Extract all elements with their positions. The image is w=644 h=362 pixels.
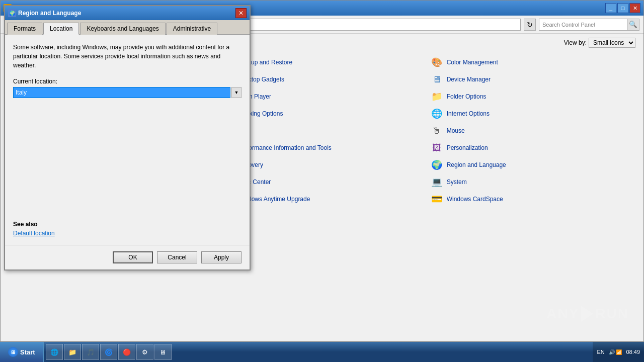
cp-item-label-mouse: Mouse	[447, 127, 465, 134]
view-by-select[interactable]: Small icons Large icons Category	[589, 38, 635, 48]
location-dropdown-button[interactable]: ▼	[231, 87, 242, 98]
cp-item-label-folder-options: Folder Options	[447, 93, 487, 100]
cp-item-personalization[interactable]: 🖼 Personalization	[427, 139, 635, 156]
dialog-title: Region and Language	[18, 10, 233, 17]
cp-item-label-performance: Performance Information and Tools	[237, 144, 332, 151]
current-location-group: Current location: Italy ▼	[13, 78, 242, 98]
cp-item-icon-color: 🎨	[431, 56, 443, 68]
cp-item-mouse[interactable]: 🖱 Mouse	[427, 122, 635, 139]
taskbar-items: 🌐 📁 🎵 🌀 🔴 ⚙ 🖥	[44, 342, 174, 362]
cp-item-region[interactable]: 🌍 Region and Language	[427, 156, 635, 173]
refresh-button[interactable]: ↻	[524, 19, 536, 31]
location-select-wrapper: Italy ▼	[13, 87, 242, 98]
taskbar-right: EN 🔊 📶 08:49	[593, 342, 644, 362]
taskbar-cp[interactable]: 🖥	[154, 344, 172, 360]
cp-item-color[interactable]: 🎨 Color Management	[427, 54, 635, 71]
tab-formats[interactable]: Formats	[7, 23, 42, 35]
see-also-section: See also Default location	[13, 213, 242, 237]
cp-item-device-manager[interactable]: 🖥 Device Manager	[427, 71, 635, 88]
cp-item-icon-internet-options: 🌐	[431, 108, 443, 120]
taskbar-explorer[interactable]: 📁	[64, 344, 81, 360]
tab-keyboards[interactable]: Keyboards and Languages	[80, 23, 165, 35]
cp-item-label-system: System	[447, 178, 467, 186]
dialog-icon: 🌍	[8, 9, 16, 17]
location-selected-value[interactable]: Italy	[13, 87, 230, 98]
current-location-label: Current location:	[13, 78, 242, 85]
dialog-footer: OK Cancel Apply	[5, 245, 250, 269]
cp-item-icon-windows-cardspace: 💳	[431, 193, 443, 205]
cp-item-icon-personalization: 🖼	[431, 142, 443, 154]
taskbar-icons: 🔊 📶	[609, 349, 622, 355]
cp-item-icon-region: 🌍	[431, 159, 443, 171]
dialog-titlebar: 🌍 Region and Language ✕	[5, 6, 250, 20]
dialog-tabs: Formats Location Keyboards and Languages…	[5, 20, 250, 35]
default-location-link[interactable]: Default location	[13, 230, 55, 237]
dialog-body: Some software, including Windows, may pr…	[5, 35, 250, 245]
apply-button[interactable]: Apply	[201, 251, 242, 263]
dialog-close-button[interactable]: ✕	[235, 8, 247, 18]
ok-button[interactable]: OK	[113, 251, 153, 263]
desktop: ⚙ All Control Panel Items _ □ ✕ ◀ ▶ ▲ Al…	[0, 0, 644, 342]
cp-item-icon-device-manager: 🖥	[431, 73, 443, 85]
cp-item-folder-options[interactable]: 📁 Folder Options	[427, 88, 635, 105]
cp-item-internet-options[interactable]: 🌐 Internet Options	[427, 105, 635, 122]
search-box: 🔍	[539, 19, 639, 31]
cp-item-label-internet-options: Internet Options	[447, 110, 490, 117]
cp-item-windows-cardspace[interactable]: 💳 Windows CardSpace	[427, 191, 635, 208]
cp-maximize-button[interactable]: □	[617, 3, 628, 13]
start-label: Start	[20, 348, 35, 356]
cp-item-label-personalization: Personalization	[447, 144, 488, 151]
dialog-spacer	[13, 102, 242, 213]
search-input[interactable]	[539, 19, 627, 30]
dialog-description: Some software, including Windows, may pr…	[13, 43, 242, 70]
cp-item-label-region: Region and Language	[447, 161, 506, 168]
cp-item-label-windows-cardspace: Windows CardSpace	[447, 196, 503, 203]
cp-item-icon-mouse: 🖱	[431, 125, 443, 137]
search-button[interactable]: 🔍	[627, 19, 639, 30]
taskbar-security[interactable]: 🔴	[118, 344, 135, 360]
tab-location[interactable]: Location	[43, 23, 79, 35]
taskbar-media[interactable]: 🎵	[82, 344, 99, 360]
start-icon: ⊞	[8, 347, 18, 357]
taskbar: ⊞ Start 🌐 📁 🎵 🌀 🔴 ⚙ 🖥 EN 🔊 📶 08:49	[0, 342, 644, 362]
cp-item-icon-folder-options: 📁	[431, 90, 443, 103]
view-by-label: View by:	[564, 39, 587, 46]
cp-item-label-device-manager: Device Manager	[447, 76, 491, 83]
start-button[interactable]: ⊞ Start	[0, 342, 44, 362]
cp-item-label-color: Color Management	[447, 59, 498, 66]
taskbar-settings[interactable]: ⚙	[136, 344, 153, 360]
cp-window-controls: _ □ ✕	[605, 3, 640, 13]
cp-close-button[interactable]: ✕	[629, 3, 640, 13]
taskbar-clock: 08:49	[626, 348, 640, 355]
see-also-title: See also	[13, 221, 242, 228]
taskbar-browser2[interactable]: 🌀	[100, 344, 117, 360]
cp-minimize-button[interactable]: _	[605, 3, 616, 13]
taskbar-ie[interactable]: 🌐	[46, 344, 63, 360]
cp-item-icon-system: 💻	[431, 176, 443, 188]
cp-item-system[interactable]: 💻 System	[427, 173, 635, 191]
tab-administrative[interactable]: Administrative	[167, 23, 217, 35]
cancel-button[interactable]: Cancel	[157, 251, 197, 263]
region-language-dialog: 🌍 Region and Language ✕ Formats Location…	[4, 5, 251, 270]
taskbar-language: EN	[597, 349, 604, 355]
